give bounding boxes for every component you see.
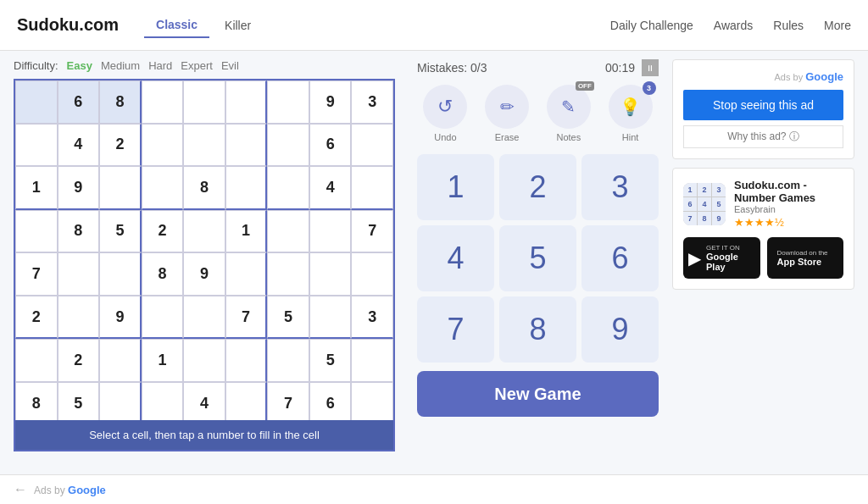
cell-6-4[interactable] (183, 339, 225, 382)
cell-6-5[interactable] (225, 339, 268, 382)
cell-6-3[interactable]: 1 (142, 339, 184, 382)
hint-btn[interactable]: 💡 3 Hint (609, 85, 653, 142)
cell-4-4[interactable]: 9 (183, 252, 225, 296)
cell-4-7[interactable] (309, 252, 352, 296)
cell-5-3[interactable] (142, 296, 184, 340)
cell-3-6[interactable] (267, 210, 309, 253)
cell-1-8[interactable] (351, 124, 393, 167)
cell-1-2[interactable]: 2 (99, 124, 142, 167)
cell-0-2[interactable]: 8 (99, 80, 142, 124)
cell-0-5[interactable] (225, 80, 268, 124)
cell-0-3[interactable] (142, 80, 184, 124)
why-this-ad[interactable]: Why this ad? ⓘ (683, 125, 843, 148)
cell-7-2[interactable] (99, 382, 142, 425)
cell-1-1[interactable]: 4 (58, 124, 100, 167)
cell-4-5[interactable] (225, 252, 268, 296)
tab-killer[interactable]: Killer (213, 13, 263, 38)
cell-2-0[interactable]: 1 (15, 166, 58, 210)
bottom-back-arrow[interactable]: ← (14, 482, 27, 497)
cell-4-6[interactable] (267, 252, 309, 296)
num-4[interactable]: 4 (417, 225, 494, 291)
nav-daily-challenge[interactable]: Daily Challenge (610, 19, 693, 32)
cell-5-6[interactable]: 5 (267, 296, 309, 340)
cell-5-7[interactable] (309, 296, 352, 340)
cell-5-5[interactable]: 7 (225, 296, 268, 340)
diff-easy[interactable]: Easy (67, 59, 92, 72)
num-5[interactable]: 5 (499, 225, 576, 291)
cell-6-0[interactable] (15, 339, 58, 382)
cell-2-4[interactable]: 8 (183, 166, 225, 210)
cell-2-8[interactable] (351, 166, 393, 210)
cell-7-3[interactable] (142, 382, 184, 425)
cell-1-4[interactable] (183, 124, 225, 167)
cell-3-5[interactable]: 1 (225, 210, 268, 253)
stop-seeing-ad-button[interactable]: Stop seeing this ad (683, 90, 843, 120)
cell-7-0[interactable]: 8 (15, 382, 58, 425)
cell-3-8[interactable]: 7 (351, 210, 393, 253)
cell-1-3[interactable] (142, 124, 184, 167)
num-8[interactable]: 8 (499, 296, 576, 363)
cell-7-1[interactable]: 5 (58, 382, 100, 425)
num-2[interactable]: 2 (499, 154, 576, 220)
cell-3-2[interactable]: 5 (99, 210, 142, 253)
cell-0-0[interactable] (15, 80, 58, 124)
num-3[interactable]: 3 (581, 154, 659, 220)
cell-1-7[interactable]: 6 (309, 124, 352, 167)
cell-7-6[interactable]: 7 (267, 382, 309, 425)
nav-rules[interactable]: Rules (773, 19, 804, 32)
cell-5-0[interactable]: 2 (15, 296, 58, 340)
cell-0-4[interactable] (183, 80, 225, 124)
diff-hard[interactable]: Hard (148, 59, 172, 72)
cell-2-2[interactable] (99, 166, 142, 210)
cell-2-5[interactable] (225, 166, 268, 210)
cell-4-0[interactable]: 7 (15, 252, 58, 296)
cell-2-6[interactable] (267, 166, 309, 210)
tab-classic[interactable]: Classic (144, 13, 209, 38)
cell-4-3[interactable]: 8 (142, 252, 184, 296)
cell-7-8[interactable] (351, 382, 393, 425)
num-6[interactable]: 6 (581, 225, 659, 291)
diff-expert[interactable]: Expert (181, 59, 213, 72)
cell-2-3[interactable] (142, 166, 184, 210)
cell-1-6[interactable] (267, 124, 309, 167)
nav-more[interactable]: More (824, 19, 851, 32)
erase-btn[interactable]: ✏ Erase (485, 85, 529, 142)
cell-0-1[interactable]: 6 (58, 80, 100, 124)
undo-btn[interactable]: ↺ Undo (423, 85, 467, 142)
cell-5-4[interactable] (183, 296, 225, 340)
cell-7-4[interactable]: 4 (183, 382, 225, 425)
cell-3-7[interactable] (309, 210, 352, 253)
cell-3-0[interactable] (15, 210, 58, 253)
app-store-button[interactable]: Download on the App Store (767, 237, 844, 279)
cell-0-6[interactable] (267, 80, 309, 124)
cell-5-1[interactable] (58, 296, 100, 340)
num-9[interactable]: 9 (581, 296, 659, 363)
cell-6-6[interactable] (267, 339, 309, 382)
cell-4-1[interactable] (58, 252, 100, 296)
num-1[interactable]: 1 (417, 154, 494, 220)
cell-5-8[interactable]: 3 (351, 296, 393, 340)
cell-7-5[interactable] (225, 382, 268, 425)
cell-5-2[interactable]: 9 (99, 296, 142, 340)
cell-0-8[interactable]: 3 (351, 80, 393, 124)
cell-6-2[interactable] (99, 339, 142, 382)
cell-1-5[interactable] (225, 124, 268, 167)
cell-0-7[interactable]: 9 (309, 80, 352, 124)
cell-3-3[interactable]: 2 (142, 210, 184, 253)
cell-2-7[interactable]: 4 (309, 166, 352, 210)
diff-evil[interactable]: Evil (221, 59, 239, 72)
cell-7-7[interactable]: 6 (309, 382, 352, 425)
cell-1-0[interactable] (15, 124, 58, 167)
cell-3-4[interactable] (183, 210, 225, 253)
notes-btn[interactable]: ✎ OFF Notes (547, 85, 591, 142)
cell-6-1[interactable]: 2 (58, 339, 100, 382)
cell-2-1[interactable]: 9 (58, 166, 100, 210)
nav-awards[interactable]: Awards (714, 19, 753, 32)
pause-button[interactable]: ⏸ (642, 59, 659, 76)
cell-6-7[interactable]: 5 (309, 339, 352, 382)
diff-medium[interactable]: Medium (101, 59, 140, 72)
num-7[interactable]: 7 (417, 296, 494, 363)
new-game-button[interactable]: New Game (417, 371, 659, 417)
google-play-button[interactable]: ▶ GET IT ON Google Play (683, 237, 760, 279)
cell-6-8[interactable] (351, 339, 393, 382)
